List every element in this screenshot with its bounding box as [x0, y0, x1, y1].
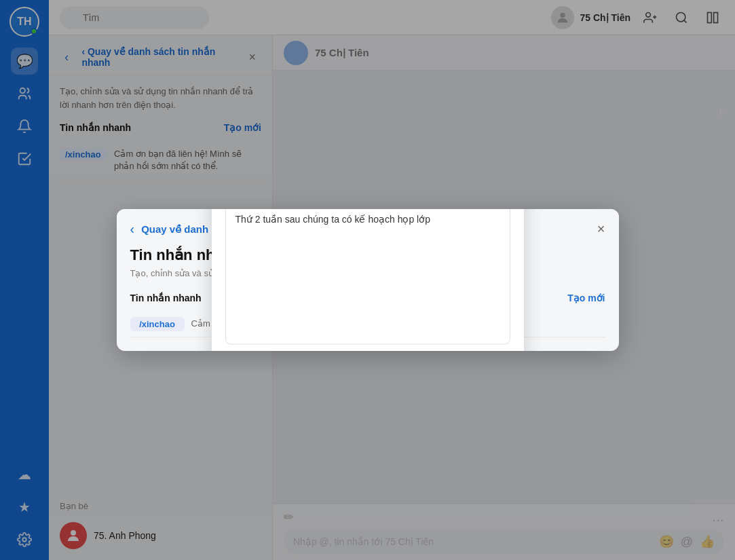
inner-modal: Tạo tin nhắn nhanh × / 3/20 Thứ 2 tuần s… [212, 209, 524, 351]
outer-close-button[interactable]: × [597, 221, 605, 237]
outer-back-button[interactable]: ‹ [130, 221, 135, 237]
outer-panel: ‹ Quay về danh sách tin nhắn nhanh × Tin… [117, 209, 619, 351]
modal-overlay: ‹ Quay về danh sách tin nhắn nhanh × Tin… [0, 0, 735, 560]
outer-item-badge: /xinchao [130, 317, 185, 331]
inner-modal-body: / 3/20 Thứ 2 tuần sau chúng ta có kế hoạ… [212, 209, 524, 351]
outer-create-new-button[interactable]: Tạo mới [567, 293, 605, 303]
message-textarea[interactable]: Thứ 2 tuần sau chúng ta có kế hoạch họp … [225, 209, 510, 344]
outer-section-label: Tin nhắn nhanh [130, 293, 202, 303]
